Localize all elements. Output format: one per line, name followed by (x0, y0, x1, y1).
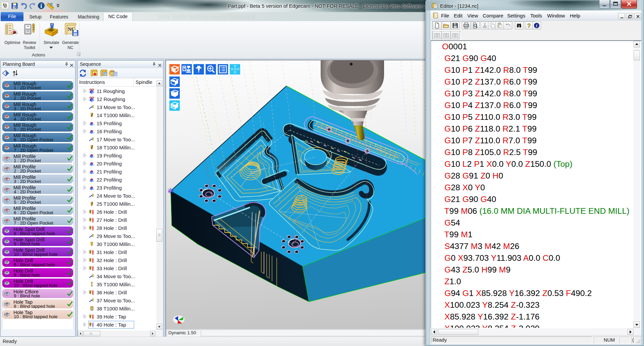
svg-text:?: ? (527, 22, 531, 29)
svg-text:i: i (536, 23, 537, 28)
svg-text:?: ? (50, 2, 53, 7)
